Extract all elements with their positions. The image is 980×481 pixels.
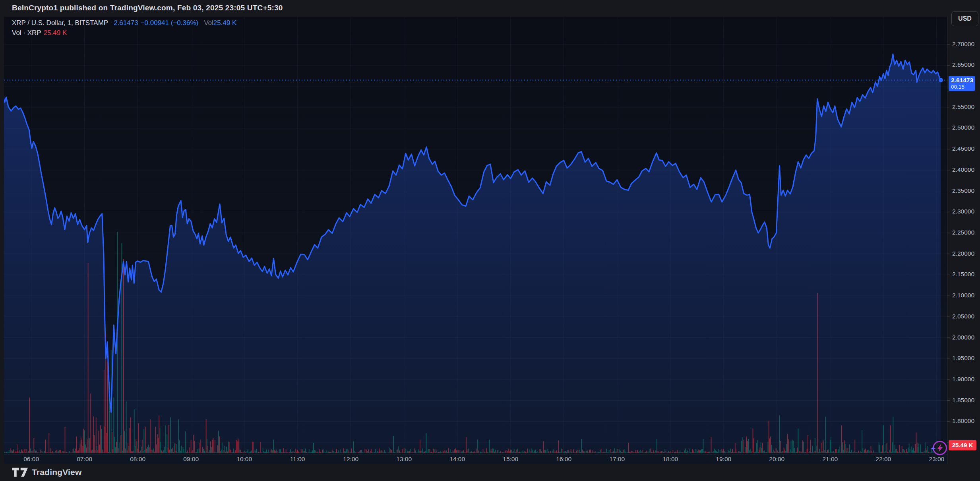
last-price-dot: [939, 78, 943, 82]
time-tick-label: 15:00: [503, 456, 518, 463]
price-tick-label: 2.00000: [952, 334, 980, 341]
volume-study-value: 25.49 K: [44, 29, 67, 37]
time-tick-label: 16:00: [556, 456, 571, 463]
volume-label-box: 25.49 K: [949, 440, 976, 450]
time-tick-label: 13:00: [396, 456, 412, 463]
bar-countdown: 00:15: [951, 84, 972, 90]
price-tick-label: 2.30000: [952, 208, 980, 215]
time-tick-label: 14:00: [449, 456, 465, 463]
price-tick-label: 2.10000: [952, 292, 980, 299]
time-tick-label: 10:00: [236, 456, 252, 463]
currency-toggle-button[interactable]: USD: [951, 11, 978, 26]
time-tick-label: 22:00: [875, 456, 891, 463]
legend-row-volume: Vol · XRP25.49 K: [12, 28, 236, 38]
price-tick-label: 2.20000: [952, 250, 980, 257]
volume-study-label: Vol · XRP: [12, 29, 41, 37]
last-price-value: 2.61473: [114, 19, 138, 27]
time-tick-label: 21:00: [822, 456, 838, 463]
time-tick-label: 08:00: [130, 456, 145, 463]
time-tick-label: 20:00: [769, 456, 784, 463]
price-tick-label: 2.35000: [952, 187, 980, 194]
vol-value: 25.49 K: [213, 19, 237, 27]
footer-bar: [0, 464, 980, 481]
time-tick-label: 12:00: [343, 456, 358, 463]
tradingview-logo-icon: [12, 467, 28, 477]
tradingview-wordmark: TradingView: [32, 467, 82, 477]
price-tick-label: 2.40000: [952, 166, 980, 173]
price-tick-label: 2.45000: [952, 145, 980, 152]
tradingview-logo-link[interactable]: TradingView: [12, 467, 82, 477]
price-tick-label: 2.50000: [952, 124, 980, 131]
time-tick-label: 11:00: [290, 456, 305, 463]
price-tick-label: 1.80000: [952, 417, 980, 425]
time-tick-label: 07:00: [77, 456, 92, 463]
time-tick-label: 23:00: [929, 456, 944, 463]
price-tick-label: 2.05000: [952, 313, 980, 320]
time-tick-label: 09:00: [183, 456, 199, 463]
symbol-title: XRP / U.S. Dollar, 1, BITSTAMP: [12, 19, 108, 27]
price-chart-pane[interactable]: [0, 0, 980, 481]
chart-legend[interactable]: XRP / U.S. Dollar, 1, BITSTAMP2.61473−0.…: [12, 18, 236, 38]
price-tick-label: 2.55000: [952, 103, 980, 111]
price-tick-label: 1.95000: [952, 355, 980, 362]
time-tick-label: 06:00: [23, 456, 39, 463]
price-tick-label: 1.85000: [952, 397, 980, 404]
price-tick-label: 2.15000: [952, 271, 980, 278]
price-tick-label: 2.65000: [952, 61, 980, 68]
price-tick-label: 2.70000: [952, 41, 980, 48]
time-tick-label: 19:00: [716, 456, 731, 463]
price-change-value: −0.00941 (−0.36%): [141, 19, 199, 27]
time-tick-label: 18:00: [662, 456, 678, 463]
legend-row-symbol: XRP / U.S. Dollar, 1, BITSTAMP2.61473−0.…: [12, 18, 236, 28]
tradingview-snapshot: BeInCrypto1 published on TradingView.com…: [0, 0, 980, 481]
price-tick-label: 1.90000: [952, 376, 980, 383]
vol-label: Vol: [204, 19, 213, 27]
time-tick-label: 17:00: [609, 456, 625, 463]
last-price-label-box: 2.61473 00:15: [949, 76, 975, 91]
price-tick-label: 2.25000: [952, 229, 980, 236]
last-price-label: 2.61473: [951, 77, 972, 84]
